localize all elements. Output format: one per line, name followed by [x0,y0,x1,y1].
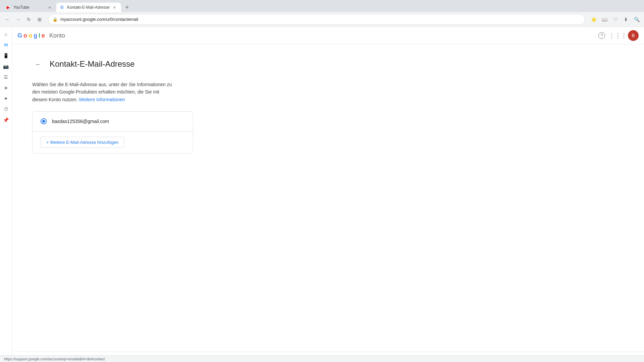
logo-o1: o [23,32,27,39]
reading-mode-button[interactable]: 📖 [600,15,609,24]
add-email-button[interactable]: + Weitere E-Mail-Adresse hinzufügen [41,137,124,148]
page-title: Kontakt-E-Mail-Adresse [50,59,135,69]
learn-more-link[interactable]: Weitere Informationen [79,97,125,102]
status-url: https://support.google.com/accounts/p=em… [4,357,105,361]
sidebar-icon-history[interactable]: ⏱ [1,105,11,114]
help-button[interactable]: ? [596,29,608,42]
sidebar: ⌂ ✉ 📱 📷 ☰ ➤ ♥ ⏱ 📌 [0,27,12,362]
browser-actions: ⭐ 📖 ♡ ⬇ 🔍 [589,15,641,24]
content-area: Google Konto ? ⋮⋮⋮ B ← Kontakt-E-Ma [12,27,644,362]
lock-icon: 🔒 [53,17,58,22]
sidebar-icon-arrow[interactable]: ➤ [1,83,11,93]
account-header: Google Konto ? ⋮⋮⋮ B [12,27,644,45]
email-address: basdas125356@gmail.com [52,119,109,124]
search-button[interactable]: 🔍 [632,15,641,24]
email-option-row[interactable]: basdas125356@gmail.com [33,112,193,131]
radio-selected[interactable] [41,118,47,124]
help-icon: ? [598,32,605,39]
tab-google-account[interactable]: G Kontakt-E-Mail-Adresse ✕ [56,3,121,12]
page-title-row: ← Kontakt-E-Mail-Adresse [32,58,314,70]
new-tab-button[interactable]: + [122,3,132,12]
address-text: myaccount.google.com/u/0/contactemail [60,17,581,22]
avatar[interactable]: B [628,30,639,41]
back-arrow-button[interactable]: ← [32,58,44,70]
logo-g2: g [34,32,37,39]
logo-l: l [39,32,40,39]
status-bar: https://support.google.com/accounts/p=em… [0,355,644,362]
tab-youtube-title: YouTube [13,5,45,10]
logo-e: e [42,32,45,39]
tab-youtube[interactable]: ▶ YouTube ✕ [3,3,56,12]
collections-button[interactable]: ⬇ [621,15,631,24]
save-page-button[interactable]: ⭐ [589,15,598,24]
tab-google-account-title: Kontakt-E-Mail-Adresse [67,5,110,10]
description-text: Wählen Sie die E-Mail-Adresse aus, unter… [32,81,173,103]
google-favicon: G [60,5,65,10]
sidebar-icon-heart[interactable]: ♥ [1,94,11,103]
page-content: ← Kontakt-E-Mail-Adresse Wählen Sie die … [12,45,334,349]
sidebar-icon-messenger[interactable]: ✉ [1,40,11,50]
sidebar-icon-instagram[interactable]: 📷 [1,62,11,71]
youtube-favicon: ▶ [7,5,11,10]
forward-button[interactable]: → [13,15,23,24]
extensions-button[interactable]: ⊞ [35,15,44,24]
email-card: basdas125356@gmail.com + Weitere E-Mail-… [32,111,193,154]
google-logo: Google Konto [17,32,65,39]
header-actions: ? ⋮⋮⋮ B [596,29,639,42]
tab-google-account-close[interactable]: ✕ [112,5,117,10]
sidebar-icon-more[interactable]: ☰ [1,72,11,82]
back-button[interactable]: ← [3,15,12,24]
sidebar-icon-home[interactable]: ⌂ [1,29,11,39]
tab-bar: ▶ YouTube ✕ G Kontakt-E-Mail-Adresse ✕ + [0,0,644,12]
main-layout: ⌂ ✉ 📱 📷 ☰ ➤ ♥ ⏱ 📌 Google Konto ? [0,27,644,362]
address-bar[interactable]: 🔒 myaccount.google.com/u/0/contactemail [48,14,585,25]
sidebar-icon-whatsapp[interactable]: 📱 [1,51,11,60]
reload-button[interactable]: ↻ [24,15,34,24]
apps-icon: ⋮⋮⋮ [609,32,627,39]
favorites-button[interactable]: ♡ [610,15,620,24]
add-email-row: + Weitere E-Mail-Adresse hinzufügen [33,131,193,153]
sidebar-icon-pin[interactable]: 📌 [1,115,11,125]
logo-konto: Konto [49,32,65,39]
logo-o2: o [29,32,32,39]
address-bar-row: ← → ↻ ⊞ 🔒 myaccount.google.com/u/0/conta… [0,12,644,27]
logo-g: G [17,32,22,39]
tab-youtube-close[interactable]: ✕ [47,5,52,10]
apps-button[interactable]: ⋮⋮⋮ [612,29,624,42]
